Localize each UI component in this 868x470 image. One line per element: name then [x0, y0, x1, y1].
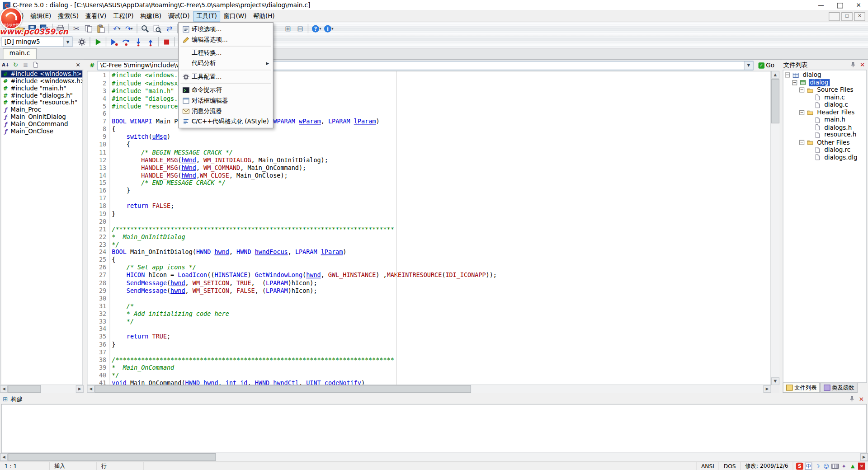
tools-menu-item-12[interactable]: C/C++代码格式化 (AStyle) [179, 116, 273, 127]
tree-item-dialog-c[interactable]: dialog.c [783, 101, 867, 109]
tree-item-header-files[interactable]: −Header Files [783, 109, 867, 117]
stop-button[interactable] [160, 36, 173, 48]
symbol-item[interactable]: ##include "resource.h" [1, 99, 82, 106]
help-button[interactable]: ?▾ [310, 23, 322, 34]
code-line[interactable]: * Add initializing code here [112, 310, 770, 318]
collapse-icon[interactable]: − [799, 140, 804, 145]
open-file-button[interactable]: ▾ [14, 23, 26, 34]
build-window-button[interactable]: ⊞ [282, 23, 294, 34]
replace-button[interactable]: ⇄ [163, 23, 175, 34]
symbols-horizontal-scrollbar[interactable]: ◀ ▶ [0, 385, 84, 393]
menu-6[interactable]: 构建(B) [137, 11, 165, 21]
code-line[interactable]: HANDLE_MSG(hWnd, WM_INITDIALOG, Main_OnI… [112, 156, 770, 164]
scroll-up-icon[interactable]: ▲ [771, 71, 779, 79]
code-line[interactable]: HANDLE_MSG(hWnd,WM_CLOSE, Main_OnClose); [112, 172, 770, 179]
redo-button[interactable]: ↷▾ [123, 23, 135, 34]
close-symbols-panel-button[interactable]: ✕ [74, 61, 82, 69]
scrollbar-thumb[interactable] [8, 453, 216, 461]
copy-button[interactable] [82, 23, 94, 34]
save-all-button[interactable] [38, 23, 50, 34]
code-line[interactable]: HANDLE_MSG(hWnd, WM_COMMAND, Main_OnComm… [112, 164, 770, 172]
code-line[interactable]: /***************************************… [112, 226, 770, 233]
code-line[interactable]: SendMessage(hwnd, WM_SETICON, FALSE, (LP… [112, 287, 770, 295]
code-line[interactable]: /***************************************… [112, 357, 770, 364]
step-out-button[interactable] [145, 36, 157, 48]
code-line[interactable]: } [112, 210, 770, 218]
tools-menu-item-2[interactable]: 编辑器选项... [179, 34, 273, 45]
mdi-restore-button[interactable]: ▢ [841, 12, 852, 21]
menu-9[interactable]: 窗口(W) [220, 11, 250, 21]
scrollbar-thumb[interactable] [94, 385, 471, 393]
go-button[interactable]: ✓ Go [755, 61, 778, 70]
code-line[interactable] [112, 295, 770, 302]
code-line[interactable]: * Main_OnInitDialog [112, 233, 770, 241]
code-line[interactable]: */ [112, 372, 770, 380]
code-line[interactable]: /* [112, 302, 770, 310]
tree-item-dialogs-h[interactable]: dialogs.h [783, 124, 867, 132]
symbol-item[interactable]: ##include <windowsx.h> [1, 77, 82, 85]
tree-item-resource-h[interactable]: resource.h [783, 131, 867, 139]
code-line[interactable]: void Main_OnCommand(HWND hwnd, int id, H… [112, 380, 770, 385]
tree-item-main-c[interactable]: main.c [783, 94, 867, 102]
output-window-button[interactable]: ⊟ [294, 23, 306, 34]
scroll-right-icon[interactable]: ▶ [764, 385, 771, 393]
code-line[interactable]: switch(uMsg) [112, 133, 770, 141]
tools-menu-item-10[interactable]: 对话框编辑器 [179, 95, 273, 106]
tools-menu-item-5[interactable]: 代码分析▶ [179, 58, 273, 69]
save-button[interactable] [26, 23, 38, 34]
compiler-combo[interactable]: [D] mingw5 ▼ [2, 37, 73, 47]
code-line[interactable]: { [112, 141, 770, 149]
code-line[interactable]: * Main_OnCommand [112, 364, 770, 372]
paste-button[interactable] [94, 23, 107, 34]
close-button[interactable]: ✕ [849, 0, 868, 10]
scroll-left-icon[interactable]: ◀ [0, 453, 8, 461]
code-line[interactable]: BOOL Main_OnInitDialog(HWND hwnd, HWND h… [112, 249, 770, 256]
editor-vertical-scrollbar[interactable]: ▲ ▼ [771, 71, 779, 385]
chinese-mode-icon[interactable]: 中 [805, 462, 812, 470]
code-line[interactable] [112, 349, 770, 357]
new-file-button[interactable] [2, 23, 14, 34]
debug-button[interactable] [108, 36, 120, 48]
minimize-button[interactable]: — [811, 0, 830, 10]
collapse-icon[interactable]: − [785, 73, 790, 78]
scroll-left-icon[interactable]: ◀ [0, 385, 8, 393]
code-line[interactable]: */ [112, 318, 770, 325]
list-view-icon[interactable]: ≡ [22, 61, 29, 69]
tree-item-main-h[interactable]: main.h [783, 116, 867, 124]
undo-button[interactable]: ↶▾ [111, 23, 123, 34]
symbol-item[interactable]: ƒMain_Proc [1, 106, 82, 113]
tools-menu-item-4[interactable]: 工程转换... [179, 47, 273, 58]
tree-item-other-files[interactable]: −Other Files [783, 139, 867, 146]
refresh-icon[interactable]: ↻ [12, 61, 19, 69]
chevron-down-icon[interactable]: ▼ [63, 37, 72, 47]
collapse-icon[interactable]: − [799, 88, 804, 93]
scroll-down-icon[interactable]: ▼ [771, 377, 779, 385]
tree-item-dialog[interactable]: −dialog [783, 79, 867, 86]
scroll-right-icon[interactable]: ▶ [76, 385, 84, 393]
bottom-horizontal-scrollbar[interactable]: ◀ ▶ [0, 453, 868, 461]
code-line[interactable]: /* Set app icons */ [112, 264, 770, 272]
menu-1[interactable]: 文件(F) [0, 11, 27, 21]
print-button[interactable] [54, 23, 66, 34]
menu-8[interactable]: 工具(T) [193, 11, 220, 21]
step-over-button[interactable] [120, 36, 132, 48]
pin-icon[interactable] [848, 395, 856, 403]
symbol-item[interactable]: ƒMain_OnCommand [1, 121, 82, 128]
tools-menu-item-7[interactable]: 工具配置... [179, 71, 273, 82]
up-arrow-icon[interactable]: ▲ [849, 462, 856, 470]
scroll-right-icon[interactable]: ▶ [860, 453, 868, 461]
moon-icon[interactable]: ☽ [814, 462, 821, 470]
maximize-button[interactable] [830, 0, 849, 10]
about-button[interactable]: i▾ [322, 23, 335, 34]
menu-7[interactable]: 调试(D) [165, 11, 193, 21]
menu-5[interactable]: 工程(P) [110, 11, 137, 21]
tree-item-dialog-rc[interactable]: dialog.rc [783, 146, 867, 154]
sogou-icon[interactable]: S [796, 462, 803, 470]
mdi-minimize-button[interactable]: — [829, 12, 840, 21]
tools-menu-item-9[interactable]: 命令提示符 [179, 85, 273, 95]
collapse-icon[interactable]: − [792, 80, 797, 85]
tab-file-list[interactable]: 文件列表 [783, 383, 820, 393]
keyboard-icon[interactable] [831, 462, 839, 470]
find-button[interactable] [139, 23, 151, 34]
cut-button[interactable]: ✂ [71, 23, 83, 34]
